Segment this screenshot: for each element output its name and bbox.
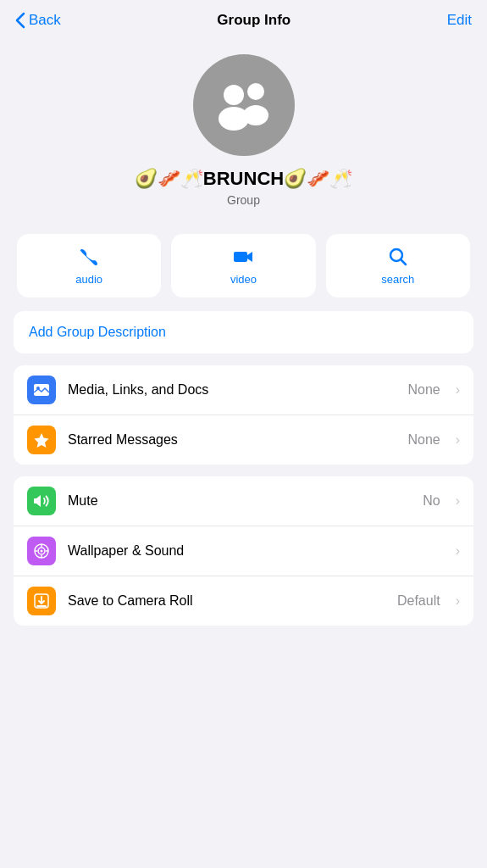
- avatar-section: 🥑🥓🥂BRUNCH🥑🥓🥂 Group: [0, 37, 487, 220]
- speaker-icon: [32, 492, 51, 510]
- download-icon: [32, 592, 51, 610]
- svg-point-10: [41, 550, 43, 553]
- starred-chevron-icon: ›: [456, 432, 460, 448]
- wallpaper-sound-label: Wallpaper & Sound: [68, 543, 429, 559]
- save-camera-roll-value: Default: [397, 593, 440, 609]
- settings-section: Mute No › Wallpaper & Sound ›: [14, 476, 473, 626]
- mute-label: Mute: [68, 493, 411, 509]
- starred-messages-label: Starred Messages: [68, 432, 396, 448]
- starred-icon-container: [27, 426, 56, 454]
- group-type: Group: [227, 193, 260, 207]
- edit-button[interactable]: Edit: [447, 12, 472, 29]
- starred-messages-item[interactable]: Starred Messages None ›: [14, 415, 473, 465]
- camera-roll-icon-container: [27, 587, 56, 615]
- video-call-button[interactable]: video: [171, 234, 315, 298]
- mute-item[interactable]: Mute No ›: [14, 476, 473, 526]
- page-title: Group Info: [217, 12, 291, 29]
- media-icon: [32, 381, 51, 399]
- back-button[interactable]: Back: [15, 12, 61, 29]
- svg-point-0: [224, 85, 244, 105]
- nav-bar: Back Group Info Edit: [0, 0, 487, 37]
- media-section: Media, Links, and Docs None › Starred Me…: [14, 365, 473, 465]
- wallpaper-sound-item[interactable]: Wallpaper & Sound ›: [14, 526, 473, 576]
- mute-icon-container: [27, 487, 56, 515]
- avatar[interactable]: [193, 54, 295, 156]
- wallpaper-icon-container: [27, 537, 56, 565]
- svg-rect-4: [234, 252, 247, 262]
- video-icon: [232, 246, 254, 268]
- camera-roll-chevron-icon: ›: [456, 593, 460, 609]
- phone-icon: [78, 246, 100, 268]
- media-links-docs-value: None: [407, 382, 440, 398]
- audio-call-button[interactable]: audio: [17, 234, 161, 298]
- media-links-docs-label: Media, Links, and Docs: [68, 382, 396, 398]
- group-avatar-icon: [210, 80, 278, 131]
- svg-point-3: [243, 105, 268, 125]
- description-link-label: Add Group Description: [29, 325, 166, 339]
- svg-point-2: [247, 83, 264, 100]
- media-chevron-icon: ›: [456, 382, 460, 398]
- search-label: search: [381, 273, 414, 286]
- add-description-button[interactable]: Add Group Description: [14, 311, 473, 353]
- search-icon: [387, 246, 409, 268]
- group-name: 🥑🥓🥂BRUNCH🥑🥓🥂: [135, 168, 352, 190]
- save-camera-roll-label: Save to Camera Roll: [68, 593, 385, 609]
- wallpaper-chevron-icon: ›: [456, 543, 460, 559]
- star-icon: [32, 431, 51, 449]
- description-section: Add Group Description: [14, 311, 473, 353]
- starred-messages-value: None: [407, 432, 440, 448]
- action-buttons-container: audio video search: [0, 220, 487, 311]
- search-button[interactable]: search: [326, 234, 470, 298]
- video-label: video: [230, 273, 257, 286]
- mute-value: No: [423, 493, 440, 509]
- audio-label: audio: [75, 273, 102, 286]
- wallpaper-icon: [32, 542, 51, 560]
- media-icon-container: [27, 376, 56, 404]
- mute-chevron-icon: ›: [456, 493, 460, 509]
- back-label: Back: [29, 12, 61, 29]
- save-camera-roll-item[interactable]: Save to Camera Roll Default ›: [14, 576, 473, 626]
- media-links-docs-item[interactable]: Media, Links, and Docs None ›: [14, 365, 473, 415]
- chevron-left-icon: [15, 12, 25, 29]
